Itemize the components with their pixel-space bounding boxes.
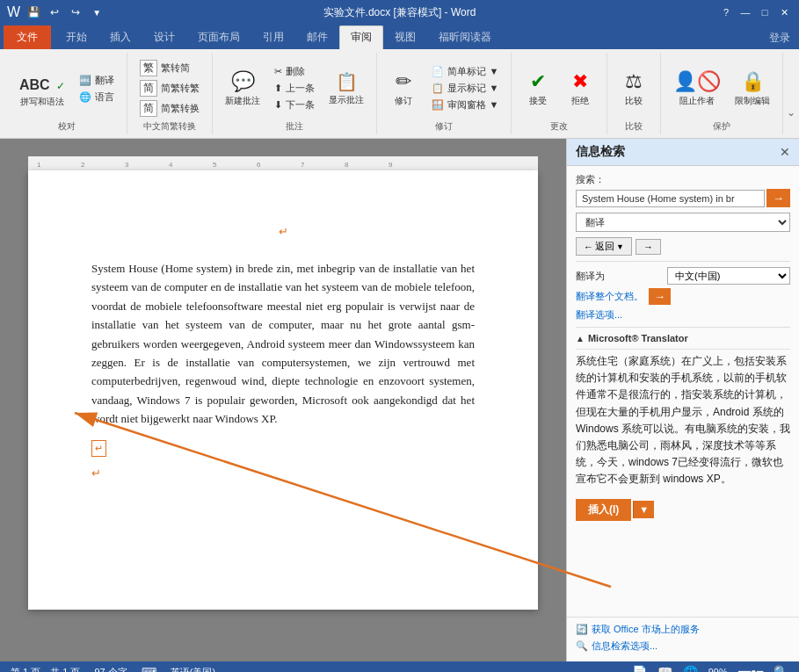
search-go-btn[interactable]: → xyxy=(766,189,790,207)
spell-icon: ABC ✓ xyxy=(19,69,65,94)
reject-btn[interactable]: ✖ 拒绝 xyxy=(561,68,599,110)
tab-view[interactable]: 视图 xyxy=(383,25,427,49)
simple-markup-btn[interactable]: 📄 简单标记 ▼ xyxy=(426,63,504,80)
accept-label: 接受 xyxy=(529,95,547,107)
translate-section: 翻译为 中文(中国) 英语(美国) 日语 翻译整个文档。 → 翻译选项... xyxy=(576,267,790,322)
fwd-btn[interactable]: → xyxy=(636,239,661,255)
new-comment-btn[interactable]: 💬 新建批注 xyxy=(220,68,265,110)
tab-review[interactable]: 审阅 xyxy=(339,25,383,49)
fanjian-tojian-btn[interactable]: 繁 繁转简 xyxy=(134,58,205,78)
show-markup-btn[interactable]: 📋 显示标记 ▼ xyxy=(426,80,504,97)
para-mark-box: ↵ xyxy=(91,440,106,458)
tab-foxitreader[interactable]: 福昕阅读器 xyxy=(427,25,503,49)
svg-text:3: 3 xyxy=(125,161,129,169)
delete-comment-btn[interactable]: ✂ 删除 xyxy=(269,63,320,80)
tab-references[interactable]: 引用 xyxy=(251,25,295,49)
compare-icon: ⚖ xyxy=(625,70,643,93)
help-btn[interactable]: ? xyxy=(718,4,734,20)
accept-btn[interactable]: ✔ 接受 xyxy=(519,68,557,110)
compare-group-label: 比较 xyxy=(607,120,660,133)
ribbon-group-protect: 👤🚫 阻止作者 🔒 限制编辑 保护 xyxy=(661,53,783,134)
translate-btn[interactable]: 🔤 翻译 xyxy=(74,72,120,89)
tab-page-layout[interactable]: 页面布局 xyxy=(186,25,251,49)
language-status[interactable]: 英语(美国) xyxy=(171,666,215,673)
comments-group-label: 批注 xyxy=(213,120,376,133)
language-group-label: 中文简繁转换 xyxy=(127,120,212,133)
tab-design[interactable]: 设计 xyxy=(142,25,186,49)
zoom-in-btn[interactable]: 🔍 xyxy=(774,665,788,672)
translate-all-arrow[interactable]: → xyxy=(649,288,671,305)
tab-start[interactable]: 开始 xyxy=(54,25,98,49)
block-author-btn[interactable]: 👤🚫 阻止作者 xyxy=(668,68,726,110)
spell-label: 拼写和语法 xyxy=(20,96,64,108)
web-layout-icon[interactable]: 🌐 xyxy=(683,665,698,672)
ribbon-expand[interactable]: ⌄ xyxy=(783,53,795,134)
service-dropdown[interactable]: 翻译 必应图片搜索 维基百科 xyxy=(576,213,790,232)
minimize-btn[interactable]: — xyxy=(737,4,753,20)
back-btn[interactable]: ← 返回 ▼ xyxy=(576,237,632,256)
get-services-icon: 🔄 xyxy=(576,624,588,635)
spell-grammar-btn[interactable]: ABC ✓ 拼写和语法 xyxy=(14,67,70,111)
para-mark-top: ↵ xyxy=(279,225,288,238)
track-changes-btn[interactable]: ✏ 修订 xyxy=(384,68,423,110)
review-pane-btn[interactable]: 🪟 审阅窗格 ▼ xyxy=(426,97,504,113)
next-comment-btn[interactable]: ⬇ 下一条 xyxy=(269,97,320,113)
sidebar-close-btn[interactable]: ✕ xyxy=(780,145,790,159)
tab-mail[interactable]: 邮件 xyxy=(295,25,339,49)
insert-row: 插入(I) ▼ xyxy=(576,499,790,521)
ribbon-group-compare: ⚖ 比较 比较 xyxy=(607,53,661,134)
search-input[interactable] xyxy=(576,190,765,207)
page-info: 第 1 页，共 1 页 xyxy=(11,666,80,673)
track-changes-icon: ✏ xyxy=(396,70,411,93)
reject-icon: ✖ xyxy=(572,70,588,93)
fanjian-col: 繁 繁转简 简 简繁转繁 简 简繁转换 xyxy=(134,58,205,119)
reject-label: 拒绝 xyxy=(571,95,589,107)
back-dropdown-icon: ▼ xyxy=(616,242,624,251)
read-mode-icon[interactable]: 📖 xyxy=(657,665,672,672)
insert-btn[interactable]: 插入(I) xyxy=(576,499,631,521)
redo-btn[interactable]: ↪ xyxy=(68,4,84,20)
collapse-icon[interactable]: ▲ xyxy=(576,334,585,343)
translate-options-row: 翻译选项... xyxy=(576,308,790,322)
close-btn[interactable]: ✕ xyxy=(776,4,792,20)
fanjian-convert-btn[interactable]: 简 简繁转换 xyxy=(134,98,205,119)
prev-comment-btn[interactable]: ⬆ 上一条 xyxy=(269,80,320,97)
fanjian-tojian-icon: 繁 xyxy=(140,60,157,76)
translate-options-link[interactable]: 翻译选项... xyxy=(576,309,622,320)
new-comment-icon: 💬 xyxy=(231,70,255,93)
qa-more-btn[interactable]: ▼ xyxy=(89,4,105,20)
window-title: 实验文件.docx [兼容模式] - Word xyxy=(323,5,476,20)
ribbon-tab-bar: 文件 开始 插入 设计 页面布局 引用 邮件 审阅 视图 福昕阅读器 登录 xyxy=(0,25,799,49)
info-search-options-label: 信息检索选项... xyxy=(592,639,657,653)
document-area[interactable]: 1 2 3 4 5 6 7 8 9 ↵ System House (Home s… xyxy=(0,139,566,661)
translate-all-link[interactable]: 翻译整个文档。 xyxy=(576,290,643,303)
input-mode-icon: ⌨ xyxy=(142,666,156,672)
layout-icon[interactable]: 📄 xyxy=(632,665,647,672)
get-office-services-link[interactable]: 🔄 获取 Office 市场上的服务 xyxy=(576,623,790,636)
jian-tofan-btn[interactable]: 简 简繁转繁 xyxy=(134,78,205,98)
info-search-options-link[interactable]: 🔍 信息检索选项... xyxy=(576,639,790,653)
tab-file[interactable]: 文件 xyxy=(4,25,51,49)
show-comments-btn[interactable]: 📋 显示批注 xyxy=(323,69,369,109)
tab-insert[interactable]: 插入 xyxy=(98,25,142,49)
language-btn[interactable]: 🌐 语言 xyxy=(74,89,120,105)
svg-text:1: 1 xyxy=(37,161,41,169)
svg-rect-0 xyxy=(28,156,538,170)
review-pane-icon: 🪟 xyxy=(432,99,444,111)
zoom-slider[interactable]: ━━●━ xyxy=(738,666,763,672)
insert-dropdown-btn[interactable]: ▼ xyxy=(633,501,654,518)
restore-btn[interactable]: □ xyxy=(757,4,773,20)
fwd-icon: → xyxy=(643,242,653,252)
compare-btn[interactable]: ⚖ 比较 xyxy=(614,68,653,110)
document-page[interactable]: ↵ System House (Home system) in brede zi… xyxy=(28,170,538,610)
document-body[interactable]: System House (Home system) in brede zin,… xyxy=(91,259,475,429)
ruler: 1 2 3 4 5 6 7 8 9 xyxy=(28,156,538,170)
translate-to-dropdown[interactable]: 中文(中国) 英语(美国) 日语 xyxy=(667,267,790,285)
login-button[interactable]: 登录 xyxy=(760,27,799,49)
fanjian-tojian-label: 繁转简 xyxy=(161,61,190,75)
restrict-editing-btn[interactable]: 🔒 限制编辑 xyxy=(730,68,775,110)
block-author-label: 阻止作者 xyxy=(679,95,715,107)
undo-btn[interactable]: ↩ xyxy=(47,4,62,20)
save-btn[interactable]: 💾 xyxy=(25,4,41,20)
word-icon: W xyxy=(7,4,20,20)
